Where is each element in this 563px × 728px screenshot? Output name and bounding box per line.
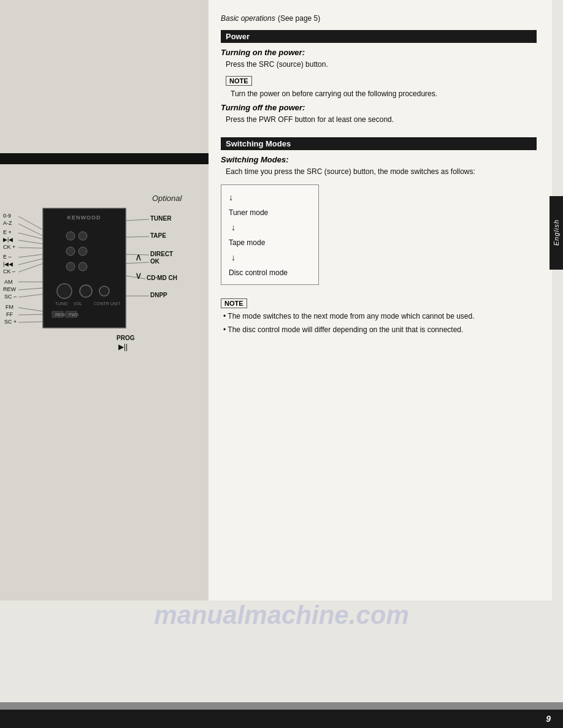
svg-text:CD·MD CH: CD·MD CH <box>147 275 177 281</box>
svg-text:FWD: FWD <box>69 313 79 317</box>
svg-text:0-9: 0-9 <box>3 213 11 219</box>
svg-text:∨: ∨ <box>135 270 142 281</box>
switching-modes-title: Switching Modes: <box>221 155 537 164</box>
optional-label: Optional <box>152 194 182 203</box>
svg-text:VOL: VOL <box>74 301 82 306</box>
power-header: Power <box>221 30 537 43</box>
page-number: 9 <box>546 714 551 724</box>
svg-line-42 <box>18 264 43 272</box>
svg-line-58 <box>126 262 149 264</box>
svg-text:SC –: SC – <box>4 294 17 300</box>
note2-bullet1: The mode switches to the next mode from … <box>221 311 537 322</box>
svg-point-2 <box>66 232 75 240</box>
note1-box-area: NOTE Turn the power on before carrying o… <box>226 74 537 99</box>
note1-label: NOTE <box>226 76 252 86</box>
svg-text:AM: AM <box>4 279 13 285</box>
note2-bullet2: The disc control mode will differ depend… <box>221 324 537 335</box>
english-tab: English <box>550 196 563 270</box>
svg-text:CK +: CK + <box>3 244 15 250</box>
svg-text:|◀◀: |◀◀ <box>3 261 13 267</box>
bottom-bar <box>0 702 563 710</box>
switching-modes-section: Switching Modes Switching Modes: Each ti… <box>221 137 537 335</box>
svg-text:A-Z: A-Z <box>3 220 12 226</box>
svg-line-40 <box>18 254 43 257</box>
black-bar-top <box>0 153 209 164</box>
switching-modes-intro: Each time you press the SRC (source) but… <box>226 166 537 177</box>
note1-text: Turn the power on before carrying out th… <box>231 88 537 99</box>
svg-line-55 <box>126 219 149 221</box>
mode-disc-label: Disc control mode <box>229 267 311 280</box>
device-diagram: KENWOOD TUNE/ VOL CONTR UNIT REW FWD <box>3 202 205 368</box>
svg-point-5 <box>79 247 87 256</box>
svg-line-44 <box>18 288 43 290</box>
see-page-subtitle: (See page 5) <box>278 14 320 23</box>
page-footer: 9 <box>0 710 563 728</box>
svg-text:TUNE/: TUNE/ <box>55 301 68 306</box>
svg-line-39 <box>18 248 43 248</box>
svg-point-9 <box>80 285 92 297</box>
svg-text:CONTR: CONTR <box>94 301 109 306</box>
watermark: manualmachine.com <box>154 601 408 630</box>
svg-line-35 <box>18 216 43 230</box>
svg-point-8 <box>57 284 72 298</box>
svg-text:▶||: ▶|| <box>118 343 128 351</box>
svg-point-10 <box>99 286 109 296</box>
basic-operations-title: Basic operations (See page 5) <box>221 12 320 23</box>
svg-text:TAPE: TAPE <box>150 232 166 239</box>
svg-line-47 <box>18 314 43 315</box>
mode-item-disc: ↓ <box>229 250 311 267</box>
svg-text:∧: ∧ <box>135 252 142 262</box>
svg-text:FF: FF <box>6 311 13 317</box>
mode-item-tuner: ↓ <box>229 190 311 207</box>
svg-line-57 <box>126 254 149 255</box>
page-container: Optional KENWOOD TUNE/ VOL CONTR UNIT <box>0 0 563 728</box>
svg-line-48 <box>18 322 43 322</box>
mode-tuner-label: Tuner mode <box>229 207 311 220</box>
turning-off-body: Press the PWR OFF button for at least on… <box>226 114 537 125</box>
svg-text:E +: E + <box>3 229 12 235</box>
mode-item-tape: ↓ <box>229 220 311 237</box>
svg-text:REW: REW <box>3 286 17 292</box>
section-title-area: Basic operations (See page 5) <box>221 12 537 23</box>
turning-off-title: Turning off the power: <box>221 103 537 112</box>
svg-text:UNIT: UNIT <box>110 301 121 306</box>
right-panel: Basic operations (See page 5) Power Turn… <box>209 0 552 601</box>
note2-area: NOTE The mode switches to the next mode … <box>221 296 537 335</box>
svg-point-7 <box>79 262 87 271</box>
svg-line-36 <box>18 224 43 236</box>
note2-label: NOTE <box>221 298 247 308</box>
turning-on-body: Press the SRC (source) button. <box>226 59 537 70</box>
svg-text:KENWOOD: KENWOOD <box>67 214 101 221</box>
svg-point-4 <box>66 247 75 256</box>
svg-point-6 <box>66 262 75 271</box>
mode-tape-label: Tape mode <box>229 237 311 250</box>
svg-line-45 <box>18 294 43 297</box>
svg-line-56 <box>126 237 149 237</box>
svg-text:E –: E – <box>3 254 12 260</box>
svg-line-46 <box>18 308 43 311</box>
svg-text:DNPP: DNPP <box>150 292 167 298</box>
svg-text:REW: REW <box>55 313 66 317</box>
switching-modes-header: Switching Modes <box>221 137 537 150</box>
svg-text:CK –: CK – <box>3 268 15 275</box>
left-panel: Optional KENWOOD TUNE/ VOL CONTR UNIT <box>0 0 209 601</box>
svg-text:▶|◀: ▶|◀ <box>3 237 13 243</box>
mode-list-box: ↓ Tuner mode ↓ Tape mode ↓ Disc control … <box>221 184 319 285</box>
svg-text:DIRECT: DIRECT <box>150 251 173 257</box>
svg-text:TUNER: TUNER <box>150 215 172 222</box>
power-section: Power Turning on the power: Press the SR… <box>221 30 537 125</box>
svg-line-37 <box>18 233 43 239</box>
svg-text:SC +: SC + <box>4 319 17 325</box>
svg-line-38 <box>18 240 43 244</box>
svg-text:PROG: PROG <box>117 335 135 341</box>
svg-text:FM: FM <box>6 304 13 310</box>
english-tab-text: English <box>553 219 560 246</box>
svg-line-41 <box>18 259 43 265</box>
svg-text:OK: OK <box>150 258 160 265</box>
turning-on-title: Turning on the power: <box>221 48 537 57</box>
svg-point-3 <box>79 232 87 240</box>
